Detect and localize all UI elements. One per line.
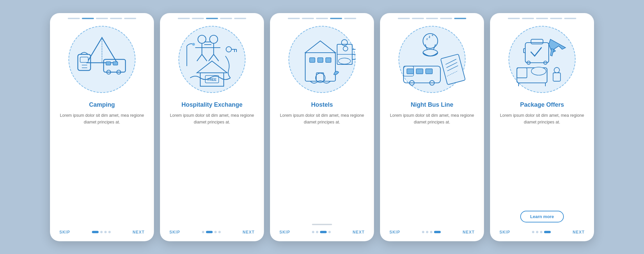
svg-rect-66 bbox=[531, 39, 543, 44]
next-button[interactable]: NEXT bbox=[243, 230, 255, 235]
svg-line-21 bbox=[214, 54, 219, 61]
status-dot bbox=[344, 18, 356, 19]
hospitality-icon: FREE bbox=[177, 26, 247, 93]
learn-more-button[interactable]: Learn more bbox=[520, 211, 564, 222]
skip-button[interactable]: SKIP bbox=[279, 230, 290, 235]
screen-package: Package Offers Lorem ipsum dolor sit dim… bbox=[490, 13, 594, 241]
nav-dot-active bbox=[320, 231, 327, 233]
screen-hostels: Hostels Lorem ipsum dolor sit dim amet, … bbox=[270, 13, 374, 241]
svg-point-26 bbox=[226, 47, 231, 52]
package-icon bbox=[507, 26, 577, 93]
status-dot bbox=[398, 18, 410, 19]
svg-rect-32 bbox=[305, 53, 335, 81]
package-bottom-nav: SKIP NEXT bbox=[490, 225, 594, 241]
svg-point-74 bbox=[531, 67, 546, 75]
status-bar-camping bbox=[50, 13, 154, 19]
svg-rect-36 bbox=[326, 58, 331, 62]
next-button[interactable]: NEXT bbox=[573, 230, 585, 235]
nav-dot-active bbox=[206, 231, 213, 233]
screen-nightbus: z z z bbox=[380, 13, 484, 241]
screen-hospitality: FREE Hospitality Exchange Lorem ipsum do… bbox=[160, 13, 264, 241]
svg-line-20 bbox=[209, 54, 214, 61]
svg-rect-4 bbox=[113, 62, 118, 65]
status-dot bbox=[220, 18, 232, 19]
status-bar-hospitality bbox=[160, 13, 264, 19]
svg-point-48 bbox=[423, 34, 438, 48]
status-dot bbox=[412, 18, 424, 19]
nav-dot bbox=[316, 231, 318, 233]
next-button[interactable]: NEXT bbox=[353, 230, 365, 235]
svg-rect-3 bbox=[106, 62, 111, 65]
nav-dot bbox=[540, 231, 542, 233]
nav-dot-active bbox=[434, 231, 441, 233]
nav-dot bbox=[328, 231, 331, 233]
svg-rect-56 bbox=[426, 69, 432, 74]
status-bar-package bbox=[490, 13, 594, 19]
skip-button[interactable]: SKIP bbox=[59, 230, 70, 235]
status-dot bbox=[426, 18, 438, 19]
nav-dot bbox=[104, 231, 107, 233]
status-dot bbox=[68, 18, 80, 19]
skip-button[interactable]: SKIP bbox=[169, 230, 180, 235]
status-dot bbox=[192, 18, 204, 19]
hospitality-illustration: FREE bbox=[175, 22, 249, 96]
svg-rect-9 bbox=[80, 57, 88, 62]
nav-dot bbox=[312, 231, 314, 233]
status-dot bbox=[234, 18, 246, 19]
nav-dots bbox=[92, 231, 111, 233]
camping-illustration bbox=[65, 22, 139, 96]
nav-dot bbox=[218, 231, 221, 233]
svg-point-41 bbox=[343, 46, 348, 51]
nav-dot bbox=[532, 231, 534, 233]
nightbus-illustration: z z z bbox=[395, 22, 469, 96]
nav-dots bbox=[422, 231, 441, 233]
svg-text:z: z bbox=[426, 37, 428, 41]
svg-point-40 bbox=[338, 58, 351, 64]
svg-rect-2 bbox=[104, 59, 125, 72]
hostels-illustration bbox=[285, 22, 359, 96]
status-bar-hostels bbox=[270, 13, 374, 19]
svg-rect-60 bbox=[441, 54, 466, 85]
nav-dot bbox=[536, 231, 538, 233]
status-dot-active bbox=[330, 18, 342, 19]
svg-point-78 bbox=[554, 67, 559, 73]
nav-dot bbox=[214, 231, 217, 233]
status-dot bbox=[522, 18, 534, 19]
hospitality-title: Hospitality Exchange bbox=[181, 101, 243, 109]
nav-dots bbox=[202, 231, 221, 233]
svg-rect-55 bbox=[416, 69, 423, 74]
status-dot-active bbox=[206, 18, 218, 19]
nav-dots bbox=[312, 231, 331, 233]
svg-line-16 bbox=[202, 54, 207, 61]
status-dot bbox=[564, 18, 576, 19]
nav-dot bbox=[100, 231, 103, 233]
status-dot bbox=[110, 18, 122, 19]
nav-dot bbox=[426, 231, 428, 233]
status-dot bbox=[316, 18, 328, 19]
camping-body: Lorem ipsum dolor sit dim amet, mea regi… bbox=[57, 112, 147, 168]
nav-dot bbox=[422, 231, 424, 233]
status-dot bbox=[178, 18, 190, 19]
svg-rect-35 bbox=[318, 58, 323, 62]
nightbus-title: Night Bus Line bbox=[411, 101, 453, 109]
next-button[interactable]: NEXT bbox=[132, 230, 145, 235]
hospitality-bottom-nav: SKIP NEXT bbox=[160, 225, 264, 241]
skip-button[interactable]: SKIP bbox=[389, 230, 400, 235]
status-dot bbox=[440, 18, 452, 19]
status-dot bbox=[536, 18, 548, 19]
screen-camping: Camping Lorem ipsum dolor sit dim amet, … bbox=[50, 13, 154, 241]
status-dot bbox=[124, 18, 136, 19]
status-dot bbox=[288, 18, 300, 19]
svg-point-52 bbox=[423, 49, 438, 56]
status-dot bbox=[550, 18, 562, 19]
hostels-body: Lorem ipsum dolor sit dim amet, mea regi… bbox=[277, 112, 367, 167]
hostels-icon bbox=[287, 26, 357, 93]
status-dot bbox=[508, 18, 520, 19]
camping-icon bbox=[68, 28, 136, 91]
hostels-bottom-nav: SKIP NEXT bbox=[270, 225, 374, 241]
svg-rect-77 bbox=[553, 73, 560, 81]
package-illustration bbox=[505, 22, 579, 96]
skip-button[interactable]: SKIP bbox=[499, 230, 510, 235]
next-button[interactable]: NEXT bbox=[463, 230, 475, 235]
hostels-title: Hostels bbox=[311, 101, 333, 109]
